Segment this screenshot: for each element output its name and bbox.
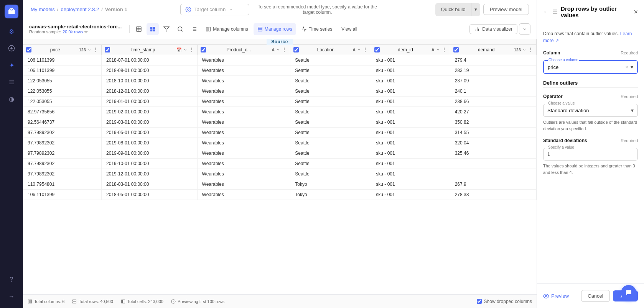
col-sort-icon-demand[interactable] — [522, 48, 526, 52]
col-checkbox-Product_c[interactable] — [201, 47, 206, 52]
column-input-wrap[interactable]: Choose a column × ▾ — [543, 60, 638, 74]
target-icon — [185, 7, 191, 13]
cell-9-2: Wearables — [197, 148, 290, 159]
col-menu-demand[interactable]: ⋮ — [528, 47, 533, 53]
table-view-button[interactable] — [133, 23, 145, 35]
grid-view-button[interactable] — [147, 23, 159, 35]
col-sort-icon-time_stamp[interactable] — [183, 48, 187, 52]
col-menu-item_id[interactable]: ⋮ — [441, 47, 447, 53]
svg-rect-3 — [137, 27, 141, 31]
std-input-wrap[interactable]: Specify a value — [543, 148, 638, 161]
view-all-button[interactable]: View all — [338, 23, 361, 35]
time-series-button[interactable]: Time series — [298, 23, 336, 35]
col-checkbox-price[interactable] — [26, 47, 31, 52]
column-clear-icon[interactable]: × — [625, 64, 628, 70]
sidebar-item-sparkle[interactable]: ✦ — [5, 58, 18, 72]
col-checkbox-time_stamp[interactable] — [105, 47, 110, 52]
std-input[interactable] — [547, 151, 634, 157]
preview-button[interactable]: Preview — [543, 293, 578, 299]
cell-13-5: 278.33 — [450, 190, 536, 200]
operator-chevron-icon[interactable]: ▾ — [631, 107, 634, 113]
col-menu-Product_c[interactable]: ⋮ — [282, 47, 287, 53]
quick-build-arrow[interactable]: ▾ — [471, 3, 480, 16]
show-dropped-checkbox[interactable] — [477, 299, 482, 304]
sidebar-item-signout[interactable]: → — [5, 290, 18, 303]
col-sort-icon-Location[interactable] — [357, 48, 361, 52]
cell-0-5: 279.4 — [450, 55, 536, 66]
cancel-button[interactable]: Cancel — [581, 290, 609, 302]
col-header-Product_c: Product_c... A ⋮ — [197, 45, 290, 55]
search-button[interactable] — [174, 23, 186, 35]
manage-columns-label: Manage columns — [213, 26, 248, 32]
col-sort-icon-Product_c[interactable] — [276, 48, 280, 52]
col-type-Location: A — [352, 48, 356, 52]
more-options-button[interactable] — [519, 23, 530, 35]
col-menu-time_stamp[interactable]: ⋮ — [189, 47, 194, 53]
column-chevron-icon[interactable]: ▾ — [631, 64, 633, 70]
col-menu-price[interactable]: ⋮ — [93, 47, 98, 53]
separator-1 — [129, 25, 130, 33]
col-checkbox-Location[interactable] — [293, 47, 299, 52]
svg-rect-30 — [73, 302, 76, 303]
column-input[interactable] — [548, 64, 623, 70]
sidebar-item-brain[interactable] — [5, 41, 18, 55]
table-row: 106.11013992018-08-01 00:00:00WearablesS… — [23, 66, 537, 76]
svg-rect-22 — [258, 27, 262, 28]
sidebar-item-help[interactable]: ? — [5, 273, 18, 287]
col-sort-icon-item_id[interactable] — [436, 48, 440, 52]
manage-rows-button[interactable]: Manage rows — [254, 23, 296, 35]
cell-6-0: 92.56446737 — [23, 117, 102, 128]
col-checkbox-demand[interactable] — [453, 47, 459, 52]
target-column-dropdown[interactable]: Target column — [180, 4, 249, 15]
quick-build-button[interactable]: Quick build ▾ — [435, 3, 480, 16]
panel-close-button[interactable]: × — [634, 8, 638, 16]
sidebar-item-toggle[interactable]: ◑ — [5, 92, 18, 106]
cell-11-0: 97.79892302 — [23, 169, 102, 179]
data-visualizer-button[interactable]: Data visualizer — [469, 24, 517, 34]
total-columns-stat: Total columns: 6 — [28, 299, 64, 304]
cell-9-0: 97.79892302 — [23, 148, 102, 159]
operator-required: Required — [621, 94, 638, 99]
data-table: Source price 123 ⋮ time_stamp 📅 ⋮ — [23, 39, 537, 200]
sidebar-item-list[interactable]: ☰ — [5, 75, 18, 89]
cell-2-1: 2018-10-01 00:00:00 — [102, 76, 198, 86]
col-menu-Location[interactable]: ⋮ — [362, 47, 368, 53]
target-hint: To see a recommended model type, specify… — [252, 4, 383, 15]
columns-stat-icon — [28, 299, 32, 304]
cell-11-4: sku - 001 — [371, 169, 450, 179]
breadcrumb-deployment[interactable]: deployment 2.8.2 — [61, 7, 99, 12]
col-checkbox-item_id[interactable] — [374, 47, 380, 52]
total-rows-label: Total rows: 40,500 — [79, 299, 113, 304]
cell-10-2: Wearables — [197, 159, 290, 169]
panel-menu-icon: ☰ — [552, 8, 558, 16]
preview-model-button[interactable]: Preview model — [483, 4, 529, 15]
cell-6-5: 350.82 — [450, 117, 536, 128]
right-panel: ← ☰ Drop rows by outlier values × Drop r… — [537, 0, 644, 308]
target-placeholder: Target column — [194, 7, 226, 12]
sample-count-link[interactable]: 20.0k rows — [63, 29, 83, 34]
table-row: 97.798923022019-05-01 00:00:00WearablesS… — [23, 128, 537, 138]
svg-rect-23 — [258, 29, 262, 31]
manage-columns-button[interactable]: Manage columns — [202, 23, 252, 35]
show-dropped-columns[interactable]: Show dropped columns — [477, 299, 532, 304]
column-input-label: Choose a column — [548, 58, 579, 62]
filter-button[interactable] — [160, 23, 173, 35]
cell-11-5 — [450, 169, 536, 179]
cell-11-3: Seattle — [290, 169, 371, 179]
col-name-Product_c: Product_c... — [208, 47, 270, 52]
breadcrumb-models[interactable]: My models — [31, 7, 55, 12]
operator-select[interactable]: Choose a value Standard deviation ▾ — [543, 104, 638, 117]
sidebar-item-models[interactable]: ⚙ — [5, 25, 18, 38]
cell-0-0: 106.1101399 — [23, 55, 102, 66]
cell-4-3: Seattle — [290, 97, 371, 107]
rows-list-button[interactable] — [188, 23, 200, 35]
col-sort-icon-price[interactable] — [87, 48, 91, 52]
edit-icon[interactable]: ✏ — [84, 29, 88, 34]
cell-3-3: Seattle — [290, 86, 371, 97]
col-type-demand: 123 — [514, 48, 521, 52]
cell-1-0: 106.1101399 — [23, 66, 102, 76]
operator-field: Operator Required Choose a value Standar… — [543, 94, 638, 132]
panel-back-button[interactable]: ← — [543, 8, 549, 15]
chat-bubble[interactable] — [621, 285, 636, 300]
cell-5-3: Seattle — [290, 107, 371, 117]
